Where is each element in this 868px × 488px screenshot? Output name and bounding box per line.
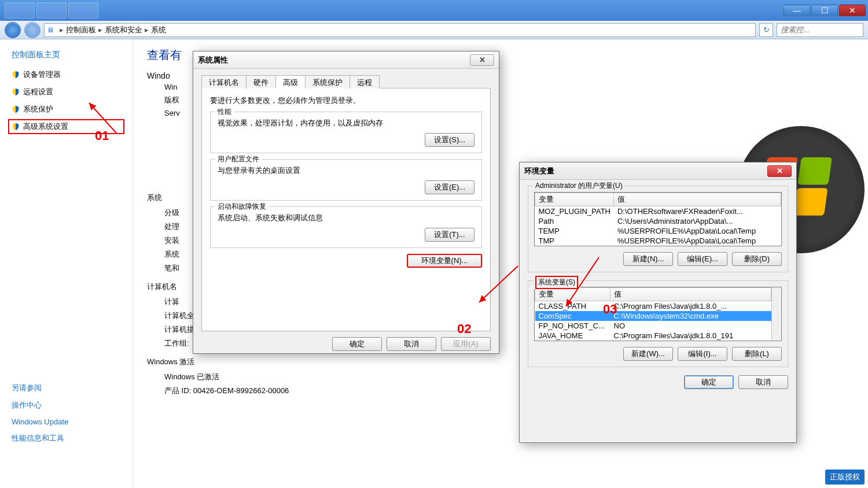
crumb-root[interactable]: 控制面板 <box>66 25 96 35</box>
group-text: 系统启动、系统失败和调试信息 <box>218 213 475 223</box>
admin-note: 要进行大多数更改，您必须作为管理员登录。 <box>210 95 482 106</box>
var-row[interactable]: MOZ_PLUGIN_PATHD:\OTHERsoftware\FXReader… <box>535 206 781 217</box>
env-vars-button[interactable]: 环境变量(N)... <box>407 254 482 268</box>
tab-3[interactable]: 系统保护 <box>305 75 350 88</box>
svg-line-4 <box>89 103 116 133</box>
sidebar-title: 控制面板主页 <box>12 50 121 60</box>
group-title: 启动和故障恢复 <box>215 202 269 212</box>
group-title: Administrator 的用户变量(U) <box>533 181 625 191</box>
dialog-title[interactable]: 环境变量 ✕ <box>520 162 796 180</box>
sys-delete-button[interactable]: 删除(L) <box>732 347 782 361</box>
row-label: 产品 ID: 00426-OEM-8992662-00006 <box>147 386 289 396</box>
taskbar-app[interactable] <box>36 2 67 19</box>
shield-icon <box>12 123 20 131</box>
link-windows-update[interactable]: Windows Update <box>12 417 121 426</box>
close-button[interactable]: ✕ <box>470 54 494 66</box>
col-val[interactable]: 值 <box>614 193 781 206</box>
env-vars-dialog: 环境变量 ✕ Administrator 的用户变量(U) 变量 值 MOZ_P… <box>519 162 797 443</box>
crumb-leaf[interactable]: 系统 <box>151 25 166 35</box>
nav-forward-button[interactable] <box>24 22 41 38</box>
ok-button[interactable]: 确定 <box>332 337 382 351</box>
svg-rect-3 <box>793 188 828 216</box>
sidebar-item-device-manager[interactable]: 设备管理器 <box>12 69 121 80</box>
ok-button[interactable]: 确定 <box>684 375 734 389</box>
window-titlebar: — ☐ ✕ <box>0 0 868 21</box>
startup-group: 启动和故障恢复 系统启动、系统失败和调试信息 设置(T)... <box>210 206 482 248</box>
group-title: 用户配置文件 <box>215 154 262 164</box>
svg-line-6 <box>566 257 599 306</box>
nav-back-button[interactable] <box>5 22 21 38</box>
user-new-button[interactable]: 新建(N)... <box>623 252 673 266</box>
sidebar-label: 远程设置 <box>23 87 53 97</box>
dialog-title-text: 环境变量 <box>524 166 554 176</box>
tab-4[interactable]: 远程 <box>350 75 380 88</box>
annotation-02: 02 <box>457 321 471 337</box>
breadcrumb[interactable]: 🖥 ▸ 控制面板 ▸ 系统和安全 ▸ 系统 <box>44 23 756 37</box>
user-delete-button[interactable]: 删除(D) <box>732 252 782 266</box>
chevron-right-icon: ▸ <box>145 25 149 34</box>
link-action-center[interactable]: 操作中心 <box>12 400 121 411</box>
sidebar-label: 设备管理器 <box>23 69 61 80</box>
tab-row: 计算机名硬件高级系统保护远程 <box>201 75 491 88</box>
annotation-arrow <box>475 263 521 311</box>
annotation-arrow <box>561 254 608 314</box>
system-properties-dialog: 系统属性 ✕ 计算机名硬件高级系统保护远程 要进行大多数更改，您必须作为管理员登… <box>193 51 499 354</box>
performance-group: 性能 视觉效果，处理器计划，内存使用，以及虚拟内存 设置(S)... <box>210 112 482 153</box>
chevron-right-icon: ▸ <box>60 25 64 34</box>
taskbar-app[interactable] <box>5 2 35 19</box>
cancel-button[interactable]: 取消 <box>738 375 788 389</box>
genuine-badge: 正版授权 <box>825 469 865 485</box>
refresh-button[interactable]: ↻ <box>759 23 773 37</box>
close-button[interactable]: ✕ <box>839 5 866 16</box>
crumb-mid[interactable]: 系统和安全 <box>105 25 142 35</box>
var-row[interactable]: TEMP%USERPROFILE%\AppData\Local\Temp <box>535 226 781 236</box>
cancel-button[interactable]: 取消 <box>387 337 436 351</box>
minimize-button[interactable]: — <box>784 5 810 16</box>
perf-settings-button[interactable]: 设置(S)... <box>425 133 475 147</box>
tab-1[interactable]: 硬件 <box>246 75 276 88</box>
dialog-title-text: 系统属性 <box>198 55 228 65</box>
col-val[interactable]: 值 <box>610 288 771 301</box>
shield-icon <box>12 88 20 96</box>
chevron-right-icon: ▸ <box>98 25 102 34</box>
svg-line-5 <box>479 266 518 302</box>
scrollbar[interactable] <box>771 287 781 341</box>
annotation-arrow <box>84 98 119 141</box>
computer-icon: 🖥 <box>47 26 54 34</box>
var-row[interactable]: PathC:\Users\Administrator\AppData\... <box>535 216 781 226</box>
close-button[interactable]: ✕ <box>767 165 792 177</box>
sidebar-item-remote[interactable]: 远程设置 <box>12 87 121 97</box>
taskbar-app[interactable] <box>68 2 98 19</box>
sys-new-button[interactable]: 新建(W)... <box>623 347 673 361</box>
search-input[interactable] <box>777 23 863 37</box>
row-label: Windows 已激活 <box>147 372 219 382</box>
user-edit-button[interactable]: 编辑(E)... <box>678 252 727 266</box>
tab-2[interactable]: 高级 <box>275 75 306 88</box>
profile-group: 用户配置文件 与您登录有关的桌面设置 设置(E)... <box>210 159 482 201</box>
var-row[interactable]: JAVA_HOMEC:\Program Files\Java\jdk1.8.0_… <box>535 331 771 341</box>
sidebar-label: 系统保护 <box>23 104 53 114</box>
sys-edit-button[interactable]: 编辑(I)... <box>678 347 727 361</box>
var-row[interactable]: FP_NO_HOST_C...NO <box>535 321 771 331</box>
link-perf-info[interactable]: 性能信息和工具 <box>12 433 121 443</box>
profile-settings-button[interactable]: 设置(E)... <box>425 180 475 194</box>
var-row[interactable]: TMP%USERPROFILE%\AppData\Local\Temp <box>535 236 781 246</box>
group-text: 与您登录有关的桌面设置 <box>218 165 475 176</box>
dialog-title: 系统属性 ✕ <box>193 51 499 69</box>
sidebar-label: 高级系统设置 <box>23 121 68 132</box>
maximize-button[interactable]: ☐ <box>811 5 838 16</box>
see-also-header: 另请参阅 <box>12 383 121 393</box>
tab-0[interactable]: 计算机名 <box>201 75 247 88</box>
svg-rect-1 <box>797 157 832 185</box>
group-text: 视觉效果，处理器计划，内存使用，以及虚拟内存 <box>218 118 475 128</box>
startup-settings-button[interactable]: 设置(T)... <box>425 228 475 242</box>
col-var[interactable]: 变量 <box>535 193 614 206</box>
address-bar: 🖥 ▸ 控制面板 ▸ 系统和安全 ▸ 系统 ↻ <box>0 21 868 39</box>
user-vars-table[interactable]: 变量 值 MOZ_PLUGIN_PATHD:\OTHERsoftware\FXR… <box>534 192 782 246</box>
group-title: 性能 <box>215 107 234 117</box>
shield-icon <box>12 105 20 113</box>
shield-icon <box>12 71 20 79</box>
apply-button[interactable]: 应用(A) <box>441 337 491 351</box>
